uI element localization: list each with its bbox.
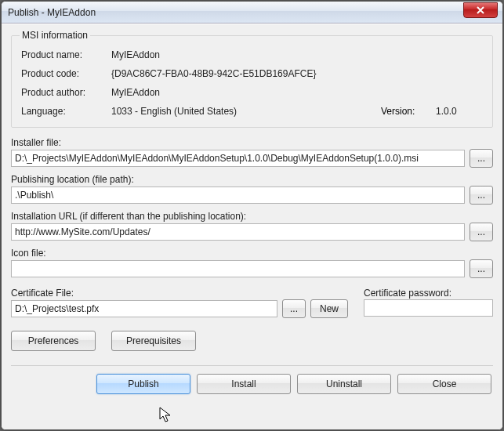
product-author-value: MyIEAddon bbox=[111, 87, 160, 98]
language-label: Language: bbox=[21, 106, 111, 117]
icon-file-label: Icon file: bbox=[11, 248, 493, 259]
row-product-name: Product name: MyIEAddon bbox=[20, 45, 484, 64]
product-name-label: Product name: bbox=[21, 49, 111, 60]
icon-file-browse-button[interactable]: ... bbox=[470, 259, 493, 278]
language-value: 1033 - English (United States) bbox=[111, 106, 237, 117]
product-author-label: Product author: bbox=[21, 87, 111, 98]
installer-browse-button[interactable]: ... bbox=[470, 149, 493, 168]
publishing-location-label: Publishing location (file path): bbox=[11, 174, 493, 185]
certificate-file-label: Certificate File: bbox=[11, 288, 348, 299]
row-product-author: Product author: MyIEAddon bbox=[20, 83, 484, 102]
product-code-value: {D9AC86C7-FBA0-48B9-942C-E51DB169AFCE} bbox=[111, 68, 316, 79]
preferences-button[interactable]: Preferences bbox=[11, 331, 96, 351]
publish-dialog: Publish - MyIEAddon MSI information Prod… bbox=[1, 1, 503, 430]
certificate-password-label: Certificate password: bbox=[364, 288, 493, 299]
publish-button[interactable]: Publish bbox=[96, 374, 190, 394]
version-value: 1.0.0 bbox=[436, 106, 483, 117]
prerequisites-button[interactable]: Prerequisites bbox=[111, 331, 196, 351]
dialog-content: MSI information Product name: MyIEAddon … bbox=[2, 24, 502, 429]
publishing-browse-button[interactable]: ... bbox=[470, 186, 493, 205]
certificate-browse-button[interactable]: ... bbox=[282, 299, 306, 318]
installation-url-label: Installation URL (if different than the … bbox=[11, 211, 493, 222]
close-button[interactable]: Close bbox=[397, 374, 491, 394]
icon-file-input[interactable] bbox=[11, 260, 465, 277]
version-label: Version: bbox=[381, 106, 436, 117]
installation-url-input[interactable] bbox=[11, 223, 465, 241]
certificate-password-input[interactable] bbox=[364, 299, 493, 317]
product-code-label: Product code: bbox=[21, 68, 111, 79]
certificate-new-button[interactable]: New bbox=[310, 299, 348, 318]
install-button[interactable]: Install bbox=[197, 374, 291, 394]
separator bbox=[11, 365, 493, 366]
installation-url-browse-button[interactable]: ... bbox=[470, 223, 493, 241]
close-icon[interactable] bbox=[463, 2, 498, 18]
row-language-version: Language: 1033 - English (United States)… bbox=[20, 102, 484, 121]
certificate-file-input[interactable] bbox=[11, 300, 277, 317]
msi-information-group: MSI information Product name: MyIEAddon … bbox=[11, 30, 493, 128]
product-name-value: MyIEAddon bbox=[111, 49, 160, 60]
row-product-code: Product code: {D9AC86C7-FBA0-48B9-942C-E… bbox=[20, 64, 484, 83]
action-buttons: Publish Install Uninstall Close bbox=[11, 374, 493, 394]
installer-file-input[interactable] bbox=[11, 150, 465, 167]
uninstall-button[interactable]: Uninstall bbox=[297, 374, 391, 394]
msi-legend: MSI information bbox=[20, 30, 90, 41]
publishing-location-input[interactable] bbox=[11, 187, 465, 204]
window-title: Publish - MyIEAddon bbox=[8, 7, 463, 18]
installer-file-label: Installer file: bbox=[11, 137, 493, 148]
titlebar[interactable]: Publish - MyIEAddon bbox=[2, 2, 502, 24]
